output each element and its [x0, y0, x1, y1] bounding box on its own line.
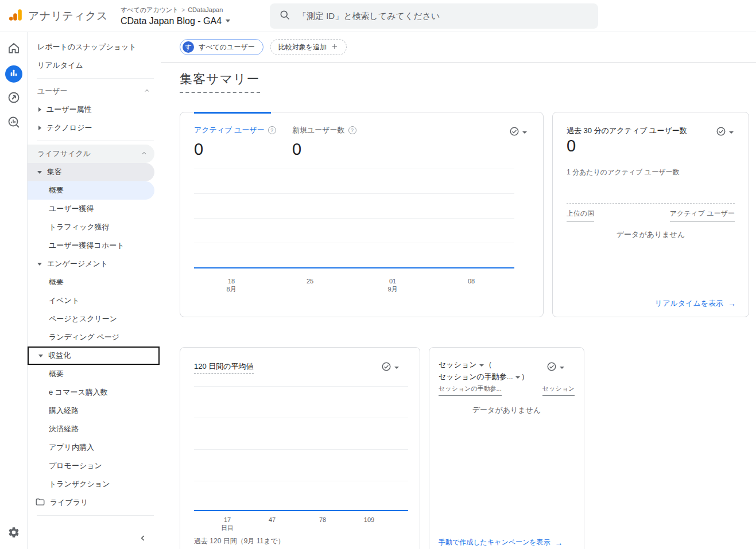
tab-active-users[interactable]: アクティブ ユーザー 0	[194, 125, 276, 159]
x-axis-tick: 47	[269, 516, 276, 524]
sessions-card-title[interactable]: セッション（ セッションの手動参...）	[439, 359, 529, 383]
sidebar-item-realtime[interactable]: リアルタイム	[28, 56, 161, 75]
sidebar-group-engagement[interactable]: エンゲージメント	[28, 255, 161, 273]
sidebar-item-user-attributes[interactable]: ユーザー属性	[28, 100, 161, 119]
sidebar-item-tech[interactable]: テクノロジー	[28, 119, 161, 137]
section-user[interactable]: ユーザー	[28, 82, 161, 100]
advertising-nav-button[interactable]	[7, 116, 21, 130]
gear-icon	[7, 531, 20, 540]
sidebar-item-purchase-journey[interactable]: 購入経路	[28, 402, 161, 420]
no-data-message: データがありません	[429, 405, 584, 415]
chevron-left-icon	[139, 535, 147, 544]
chart-status-dropdown[interactable]	[716, 126, 734, 139]
chevron-up-icon	[141, 150, 148, 158]
chevron-up-icon	[144, 87, 150, 96]
triangle-down-icon	[37, 171, 42, 174]
tab-new-users[interactable]: 新規ユーザー数 0	[292, 125, 356, 159]
x-axis-tick: 25	[307, 277, 313, 285]
sidebar-item-ecommerce-purchases[interactable]: e コマース購入数	[28, 383, 161, 402]
sidebar-item-acquisition-cohort[interactable]: ユーザー獲得コホート	[28, 236, 161, 255]
reports-sidebar: レポートのスナップショット リアルタイム ユーザー ユーザー属性 テクノロジー …	[28, 32, 161, 549]
check-circle-icon	[381, 361, 391, 374]
x-axis-tick: 109	[364, 516, 374, 524]
sessions-card: セッション（ セッションの手動参...） セッションの手動参... セッション …	[429, 347, 584, 549]
view-realtime-link[interactable]: リアルタイムを表示	[655, 298, 736, 309]
add-comparison-chip[interactable]: 比較対象を追加	[270, 39, 347, 55]
chart-status-dropdown[interactable]	[546, 361, 564, 374]
x-axis-tick: 188月	[226, 277, 236, 293]
realtime-card: 過去 30 分のアクティブ ユーザー数 0 1 分あたりのアクティブ ユーザー数…	[552, 112, 749, 317]
column-header-manual-source[interactable]: セッションの手動参...	[439, 384, 502, 396]
ga4-app: { "header": { "app_title": "アナリティクス", "b…	[0, 0, 756, 549]
realtime-table-header: 上位の国 アクティブ ユーザー	[567, 209, 735, 221]
average-120d-card: 120 日間の平均値 17日目 47 78 109 過去 120 日間（9月 1…	[180, 347, 420, 549]
property-selector[interactable]: すべてのアカウント > CDataJapan CData Japan Blog …	[121, 6, 265, 26]
help-icon[interactable]	[348, 126, 356, 134]
sidebar-item-user-acquisition[interactable]: ユーザー獲得	[28, 200, 161, 218]
home-icon	[7, 41, 21, 57]
chevron-down-icon	[522, 131, 527, 134]
sidebar-item-promotions[interactable]: プロモーション	[28, 457, 161, 475]
active-users-value: 0	[194, 140, 276, 159]
sidebar-group-monetization[interactable]: 収益化	[28, 346, 160, 365]
admin-settings-button[interactable]	[7, 526, 20, 541]
triangle-down-icon	[38, 355, 43, 357]
gridline	[194, 169, 514, 169]
check-circle-icon	[509, 126, 519, 139]
plus-icon	[331, 42, 339, 52]
no-data-message: データがありません	[553, 229, 749, 240]
sidebar-item-traffic-acquisition[interactable]: トラフィック獲得	[28, 218, 161, 236]
app-title: アナリティクス	[28, 9, 108, 24]
search-bar	[270, 3, 598, 29]
x-axis-tick: 019月	[387, 277, 397, 293]
sidebar-item-library[interactable]: ライブラリ	[28, 493, 161, 512]
sidebar-item-engagement-overview[interactable]: 概要	[28, 273, 161, 291]
new-users-value: 0	[292, 140, 356, 159]
all-users-chip[interactable]: す すべてのユーザー	[180, 39, 263, 55]
sidebar-item-transactions[interactable]: トランザクション	[28, 475, 161, 493]
section-lifecycle[interactable]: ライフサイクル	[28, 145, 154, 163]
realtime-subtitle: 1 分あたりのアクティブ ユーザー数	[567, 168, 679, 177]
sidebar-group-acquisition[interactable]: 集客	[28, 163, 154, 181]
gridline	[194, 418, 408, 418]
search-input[interactable]	[298, 11, 589, 21]
collapse-sidebar-button[interactable]	[139, 534, 147, 544]
chart-status-dropdown[interactable]	[509, 126, 527, 139]
page-title: 集客サマリー	[180, 71, 260, 93]
advertising-icon	[7, 115, 21, 131]
column-header-sessions[interactable]: セッション	[542, 384, 575, 396]
sidebar-item-monetization-overview[interactable]: 概要	[28, 365, 161, 383]
comparison-bar: す すべてのユーザー 比較対象を追加	[161, 32, 756, 63]
triangle-right-icon	[38, 107, 41, 112]
column-header-country[interactable]: 上位の国	[567, 209, 594, 221]
search-icon	[279, 9, 290, 23]
users-overview-card: アクティブ ユーザー 0 新規ユーザー数 0 188月	[180, 112, 544, 317]
sidebar-item-events[interactable]: イベント	[28, 291, 161, 310]
sidebar-item-in-app-purchases[interactable]: アプリ内購入	[28, 438, 161, 457]
arrow-right-icon	[728, 299, 736, 308]
bar-chart-icon	[9, 68, 18, 80]
gridline	[194, 243, 514, 243]
breadcrumb-separator: >	[181, 7, 185, 13]
view-manual-campaigns-link[interactable]: 手動で作成したキャンペーンを表示	[439, 538, 563, 547]
sidebar-item-acquisition-overview[interactable]: 概要	[28, 181, 154, 200]
chart-status-dropdown[interactable]	[381, 361, 399, 374]
arrow-right-icon	[555, 538, 563, 547]
app-header: アナリティクス すべてのアカウント > CDataJapan CData Jap…	[0, 0, 756, 32]
sidebar-item-pages-screens[interactable]: ページとスクリーン	[28, 310, 161, 328]
chevron-down-icon	[729, 131, 734, 134]
sidebar-divider	[37, 515, 154, 516]
sidebar-item-checkout-journey[interactable]: 決済経路	[28, 420, 161, 438]
x-axis-tick: 08	[468, 277, 475, 285]
average-card-title: 120 日間の平均値	[194, 361, 254, 374]
reports-nav-button[interactable]	[5, 65, 22, 83]
column-header-active-users[interactable]: アクティブ ユーザー	[670, 209, 735, 221]
home-nav-button[interactable]	[7, 42, 21, 56]
triangle-down-icon	[37, 263, 42, 266]
explore-nav-button[interactable]	[7, 92, 21, 106]
sidebar-item-landing-pages[interactable]: ランディング ページ	[28, 328, 161, 346]
gridline	[194, 386, 408, 387]
help-icon[interactable]	[268, 126, 276, 134]
sidebar-item-snapshot[interactable]: レポートのスナップショット	[28, 38, 161, 56]
zero-line-series	[194, 267, 514, 268]
